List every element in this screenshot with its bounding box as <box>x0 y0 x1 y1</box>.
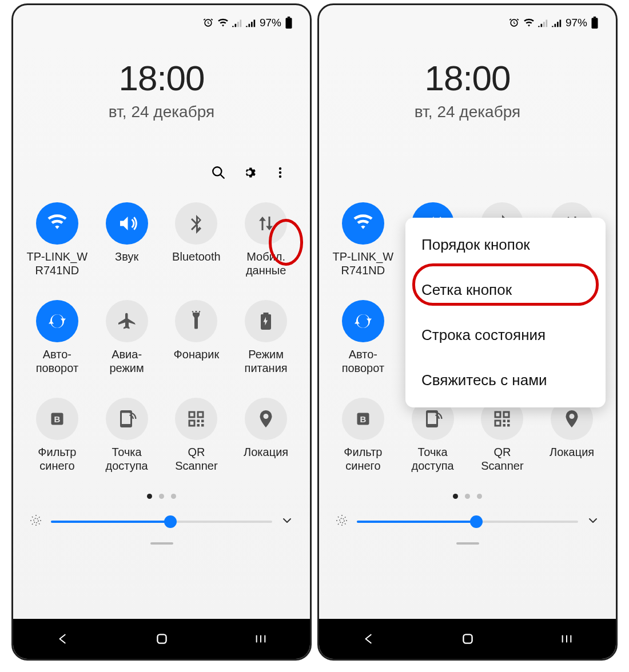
pager-dot[interactable] <box>171 494 176 499</box>
pager-dot[interactable] <box>477 494 482 499</box>
clock-date: вт, 24 декабря <box>26 103 297 121</box>
tile-wifi[interactable]: TP-LINK_WR741ND <box>26 202 89 277</box>
tile-label: Фильтрсинего <box>344 446 382 473</box>
svg-point-6 <box>279 175 281 178</box>
back-button[interactable] <box>340 629 397 649</box>
svg-rect-24 <box>592 18 598 29</box>
svg-rect-1 <box>286 18 292 29</box>
tile-blue-filter[interactable]: B Фильтрсинего <box>332 398 395 473</box>
tile-airplane[interactable]: Авиа-режим <box>95 300 158 375</box>
brightness-track[interactable] <box>357 521 578 523</box>
battery-icon <box>591 17 599 29</box>
clock-time: 18:00 <box>332 58 603 98</box>
rotate-icon <box>36 300 78 342</box>
menu-item-button-order[interactable]: Порядок кнопок <box>405 222 606 267</box>
brightness-slider[interactable] <box>332 514 603 530</box>
brightness-icon <box>29 514 43 530</box>
svg-line-15 <box>32 517 33 518</box>
recents-button[interactable] <box>538 629 595 649</box>
tile-label: Авто-поворот <box>342 348 384 375</box>
tile-hotspot[interactable]: Точкадоступа <box>401 398 464 473</box>
tile-label: Фонарик <box>174 348 220 362</box>
tile-label: QRScanner <box>175 446 218 473</box>
page-indicator <box>26 494 297 499</box>
tile-location[interactable]: Локация <box>540 398 603 473</box>
signal-2-icon <box>552 18 562 27</box>
menu-item-button-grid[interactable]: Сетка кнопок <box>405 267 606 313</box>
more-menu-popup: Порядок кнопок Сетка кнопок Строка состо… <box>405 218 606 407</box>
tile-sound[interactable]: Звук <box>95 202 158 277</box>
expand-icon[interactable] <box>586 514 600 530</box>
svg-line-17 <box>32 523 33 525</box>
tile-label: Локация <box>244 446 288 459</box>
navigation-bar <box>13 619 310 659</box>
status-bar: 97% <box>319 5 616 41</box>
qr-icon <box>175 398 217 440</box>
pager-dot[interactable] <box>147 494 152 499</box>
tile-label: Авто-поворот <box>36 348 78 375</box>
menu-item-contact-us[interactable]: Свяжитесь с нами <box>405 358 606 403</box>
brightness-track[interactable] <box>51 521 272 523</box>
back-button[interactable] <box>34 629 91 649</box>
menu-item-status-bar[interactable]: Строка состояния <box>405 313 606 358</box>
signal-1-icon <box>538 18 548 27</box>
page-indicator <box>332 494 603 499</box>
more-button[interactable] <box>270 162 290 183</box>
settings-button[interactable] <box>239 162 260 183</box>
home-button[interactable] <box>133 629 190 649</box>
tile-label: Мобил.данные <box>246 250 286 277</box>
navigation-bar <box>319 619 616 659</box>
svg-rect-23 <box>594 17 596 18</box>
clock-time: 18:00 <box>26 58 297 98</box>
tile-bluetooth[interactable]: Bluetooth <box>165 202 228 277</box>
tile-qr-scanner[interactable]: QRScanner <box>165 398 228 473</box>
brightness-slider[interactable] <box>26 514 297 530</box>
tile-auto-rotate[interactable]: Авто-поворот <box>26 300 89 375</box>
pager-dot[interactable] <box>159 494 164 499</box>
tile-label: Звук <box>115 250 138 264</box>
sound-icon <box>106 202 148 245</box>
drag-handle[interactable] <box>456 542 479 545</box>
tile-hotspot[interactable]: Точкадоступа <box>95 398 158 473</box>
bluelight-icon: B <box>342 398 384 440</box>
bluelight-icon: B <box>36 398 78 440</box>
rotate-icon <box>342 300 384 342</box>
svg-point-7 <box>196 319 198 322</box>
airplane-icon <box>106 300 148 342</box>
signal-1-icon <box>232 18 242 27</box>
tile-label: Локация <box>550 446 594 459</box>
search-button[interactable] <box>208 162 229 183</box>
svg-line-34 <box>338 523 339 525</box>
tile-power-mode[interactable]: Режимпитания <box>234 300 297 375</box>
tile-label: Точкадоступа <box>106 446 148 473</box>
tile-flashlight[interactable]: Фонарик <box>165 300 228 375</box>
status-bar: 97% <box>13 5 310 41</box>
tile-blue-filter[interactable]: B Фильтрсинего <box>26 398 89 473</box>
alarm-icon <box>202 17 214 29</box>
tile-wifi[interactable]: TP-LINK_WR741ND <box>332 202 395 277</box>
battery-icon <box>285 17 293 29</box>
tile-location[interactable]: Локация <box>234 398 297 473</box>
tile-auto-rotate[interactable]: Авто-поворот <box>332 300 395 375</box>
svg-point-4 <box>279 167 281 170</box>
svg-text:B: B <box>360 414 366 424</box>
alarm-icon <box>508 17 520 29</box>
brightness-icon <box>335 514 349 530</box>
tile-mobile-data[interactable]: Мобил.данные <box>234 202 297 277</box>
hotspot-icon <box>106 398 148 440</box>
home-button[interactable] <box>439 629 496 649</box>
expand-icon[interactable] <box>280 514 294 530</box>
tile-label: Режимпитания <box>245 348 288 375</box>
signal-2-icon <box>246 18 256 27</box>
tile-qr-scanner[interactable]: QRScanner <box>471 398 534 473</box>
wifi-status-icon <box>523 18 535 27</box>
pager-dot[interactable] <box>465 494 470 499</box>
battery-percent: 97% <box>260 17 281 29</box>
clock-date: вт, 24 декабря <box>332 103 603 121</box>
battery-percent: 97% <box>566 17 587 29</box>
recents-button[interactable] <box>232 629 289 649</box>
drag-handle[interactable] <box>150 542 173 545</box>
pager-dot[interactable] <box>453 494 458 499</box>
svg-line-3 <box>220 174 224 178</box>
data-icon <box>245 202 287 245</box>
